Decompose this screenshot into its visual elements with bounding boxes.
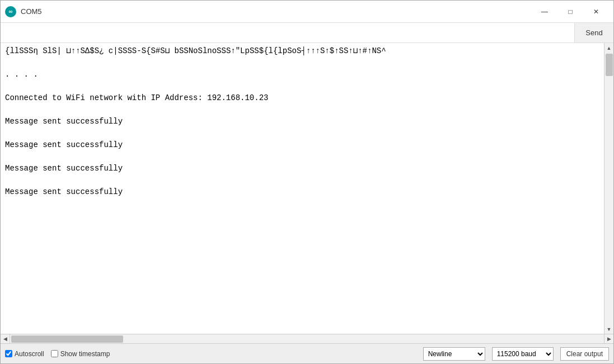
timestamp-label[interactable]: Show timestamp	[51, 350, 110, 358]
scroll-left-arrow[interactable]: ◀	[1, 334, 10, 344]
newline-select[interactable]: No line ending Newline Carriage return B…	[423, 347, 485, 361]
window-controls: — □ ✕	[532, 3, 609, 20]
clear-output-button[interactable]: Clear output	[560, 347, 609, 361]
output-line-1: Connected to WiFi network with IP Addres…	[5, 93, 268, 102]
output-area: {llSSSη SlS| ⊔↑↑SΔ$S¿ c|SSSS-S{S#S⊔ bSSN…	[1, 43, 613, 334]
maximize-button[interactable]: □	[557, 3, 583, 20]
minimize-button[interactable]: —	[532, 3, 557, 20]
horizontal-scrollbar[interactable]: ◀ ▶	[1, 334, 613, 343]
arduino-serial-monitor-window: COM5 — □ ✕ Send {llSSSη SlS| ⊔↑↑SΔ$S¿ c|…	[0, 0, 614, 364]
garbage-line: {llSSSη SlS| ⊔↑↑SΔ$S¿ c|SSSS-S{S#S⊔ bSSN…	[5, 46, 386, 55]
arduino-icon	[5, 6, 16, 17]
scroll-up-arrow[interactable]: ▲	[606, 44, 613, 51]
close-button[interactable]: ✕	[583, 3, 609, 20]
output-line-3: Message sent successfully	[5, 140, 123, 149]
send-input[interactable]	[1, 23, 574, 42]
send-button[interactable]: Send	[574, 23, 613, 42]
scroll-thumb-vertical[interactable]	[606, 54, 613, 76]
scroll-thumb-horizontal[interactable]	[11, 335, 123, 343]
output-line-5: Message sent successfully	[5, 187, 123, 196]
window-title: COM5	[21, 7, 532, 16]
dots-line: . . . .	[5, 70, 38, 79]
title-bar: COM5 — □ ✕	[1, 1, 613, 23]
autoscroll-label[interactable]: Autoscroll	[5, 350, 44, 358]
autoscroll-text: Autoscroll	[15, 350, 44, 358]
status-bar: Autoscroll Show timestamp No line ending…	[1, 343, 613, 363]
vertical-scrollbar[interactable]: ▲ ▼	[604, 43, 613, 334]
scroll-down-arrow[interactable]: ▼	[606, 325, 613, 333]
timestamp-checkbox[interactable]	[51, 350, 58, 357]
autoscroll-checkbox[interactable]	[5, 350, 12, 357]
timestamp-text: Show timestamp	[60, 350, 110, 358]
scroll-right-arrow[interactable]: ▶	[604, 334, 613, 344]
scroll-track-horizontal	[10, 334, 604, 343]
output-line-2: Message sent successfully	[5, 117, 123, 126]
baud-select[interactable]: 300 baud 1200 baud 2400 baud 4800 baud 9…	[492, 347, 554, 361]
output-line-4: Message sent successfully	[5, 164, 123, 173]
send-bar: Send	[1, 23, 613, 43]
output-content[interactable]: {llSSSη SlS| ⊔↑↑SΔ$S¿ c|SSSS-S{S#S⊔ bSSN…	[1, 43, 604, 334]
